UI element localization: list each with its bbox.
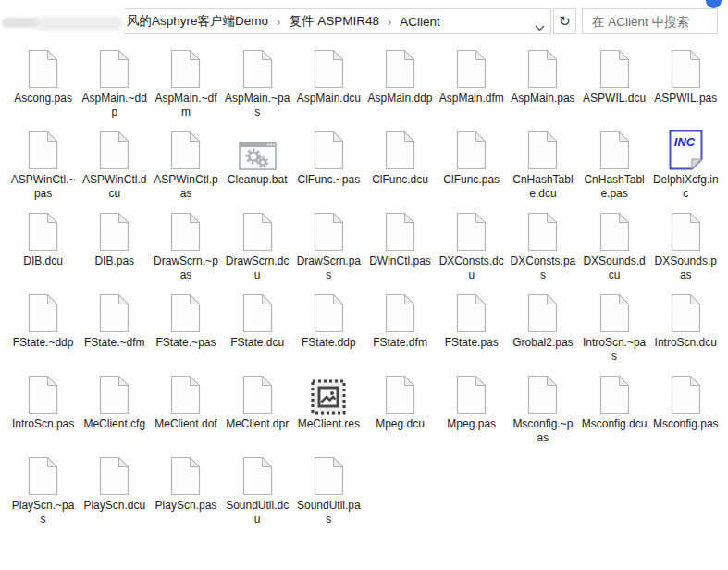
file-item[interactable]: INC DXSounds.dcu [579,209,650,291]
file-item[interactable]: INC ClFunc.dcu [364,128,436,209]
document-file-icon [314,293,344,333]
file-item[interactable]: INC IntroScn.pas [7,372,79,453]
file-item[interactable]: INC FState.ddp [293,291,364,372]
file-item[interactable]: INC PlayScn.dcu [79,453,150,535]
file-item[interactable]: INC Msconfig.~pas [507,372,578,453]
file-item[interactable]: INC Mpeg.dcu [364,372,436,453]
file-name-label: AspMain.~ddp [81,92,147,119]
file-item[interactable]: INC FState.~ddp [7,291,79,372]
file-item[interactable]: INC ASPWIL.dcu [579,46,650,128]
file-icon-slot: INC [242,372,273,415]
file-name-label: PlayScn.pas [153,499,218,513]
file-item[interactable]: INC AspMain.dcu [293,46,364,128]
breadcrumb-segment[interactable]: AClient [400,15,440,29]
refresh-button[interactable]: ↻ [553,8,576,34]
file-item[interactable]: INC Ascong.pas [7,46,79,128]
file-item[interactable]: INC AspMain.~ddp [79,46,150,128]
file-name-label: IntroScn.dcu [653,336,719,350]
resource-file-icon [311,379,346,415]
document-file-icon [385,212,415,252]
file-item[interactable]: INC AspMain.dfm [436,46,507,128]
file-icon-slot: INC [456,46,487,89]
file-name-label: MeClient.dof [153,417,218,431]
file-item[interactable]: INC Grobal2.pas [507,291,578,372]
file-item[interactable]: INC MeClient.dpr [222,372,293,453]
file-item[interactable]: INC AspMain.~dfm [150,46,221,128]
file-item[interactable]: INC DrawScrn.dcu [222,209,293,291]
document-file-icon [99,130,130,170]
file-name-label: DXConsts.pas [510,254,575,282]
file-item[interactable]: INC ClFunc.~pas [293,128,364,209]
file-icon-slot: INC [314,128,344,170]
file-icon-slot: INC [385,291,415,333]
file-item[interactable]: INC SoundUtil.dcu [222,453,293,535]
file-name-label: AspMain.dcu [296,92,362,105]
file-item[interactable]: INC MeClient.dof [150,372,221,453]
file-item[interactable]: INC FState.pas [436,291,507,372]
file-item[interactable]: INC DelphiXcfg.inc [650,128,722,209]
file-item[interactable]: INC MeClient.cfg [79,372,150,453]
file-item[interactable]: INC FState.~dfm [79,291,150,372]
document-file-icon [599,293,630,333]
help-badge-icon[interactable] [706,0,722,8]
file-item[interactable]: INC FState.dfm [364,291,436,372]
document-file-icon [456,130,487,170]
file-item[interactable]: INC Cleanup.bat [222,128,293,209]
file-name-label: AspMain.~pas [225,92,290,119]
file-item[interactable]: INC MeClient.res [293,372,364,453]
file-item[interactable]: INC DXConsts.dcu [436,209,507,291]
file-name-label: DrawScrn.pas [296,254,362,282]
file-item[interactable]: INC ASPWIL.pas [650,46,722,128]
file-item[interactable]: INC CnHashTable.pas [579,128,650,209]
document-file-icon [170,130,201,170]
file-item[interactable]: INC PlayScn.~pas [7,453,79,535]
file-item[interactable]: INC ClFunc.pas [436,128,507,209]
file-icon-slot: INC [170,46,201,89]
file-item[interactable]: INC DXSounds.pas [650,209,722,291]
explorer-toolbar: 风的Asphyre客户端Demo›复件 ASPMIR48›AClient ↻ [0,0,728,43]
file-item[interactable]: INC DIB.dcu [7,209,79,291]
breadcrumb-segment[interactable]: 风的Asphyre客户端Demo [127,13,268,30]
search-input[interactable] [583,15,728,29]
file-item[interactable]: INC PlayScn.pas [150,453,221,535]
search-box [582,8,718,34]
file-item[interactable]: INC SoundUtil.pas [293,453,364,535]
file-item[interactable]: INC DrawScrn.pas [293,209,364,291]
file-item[interactable]: INC ASPWinCtl.pas [150,128,221,209]
file-icon-slot: INC [671,209,701,252]
file-item[interactable]: INC Mpeg.pas [436,372,507,453]
file-icon-slot: INC [170,372,201,415]
document-file-icon [599,49,630,89]
breadcrumb-segment[interactable]: 复件 ASPMIR48 [289,13,379,30]
file-item[interactable]: INC ASPWinCtl.dcu [79,128,150,209]
file-item[interactable]: INC AspMain.~pas [222,46,293,128]
document-file-icon [527,130,558,170]
file-name-label: CnHashTable.dcu [510,173,575,201]
file-item[interactable]: INC ASPWinCtl.~pas [7,128,79,209]
file-name-label: DXConsts.dcu [438,254,504,282]
file-item[interactable]: INC Msconfig.pas [650,372,722,453]
file-item[interactable]: INC FState.dcu [222,291,293,372]
file-name-label: ASPWinCtl.dcu [81,173,147,201]
file-item[interactable]: INC IntroScn.~pas [579,291,650,372]
file-icon-slot: INC [314,209,344,252]
chevron-down-icon[interactable] [535,19,545,35]
file-item[interactable]: INC DrawScrn.~pas [150,209,221,291]
file-item[interactable]: INC DXConsts.pas [507,209,578,291]
file-item[interactable]: INC IntroScn.dcu [650,291,722,372]
document-file-icon [242,49,273,89]
file-item[interactable]: INC AspMain.ddp [364,46,436,128]
document-file-icon [385,375,415,415]
batch-file-icon [239,142,277,170]
file-item[interactable]: INC FState.~pas [150,291,221,372]
file-icon-slot: INC [671,372,701,415]
file-item[interactable]: INC CnHashTable.dcu [507,128,578,209]
document-file-icon [527,293,558,333]
file-item[interactable]: INC DWinCtl.pas [364,209,436,291]
file-item[interactable]: INC DIB.pas [79,209,150,291]
file-item[interactable]: INC Msconfig.dcu [579,372,650,453]
file-item[interactable]: INC AspMain.pas [507,46,578,128]
document-file-icon [599,375,630,415]
document-file-icon [456,375,487,415]
document-file-icon [242,375,273,415]
